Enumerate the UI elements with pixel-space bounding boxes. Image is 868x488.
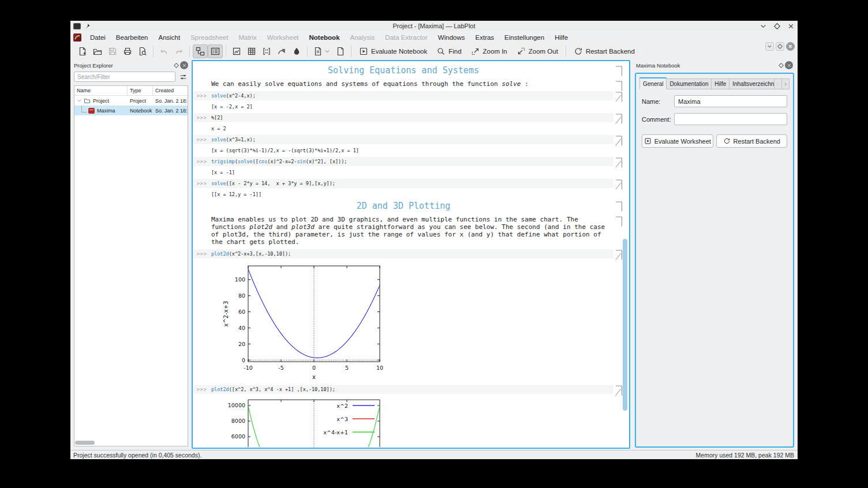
expander-icon[interactable] [77,98,82,103]
menu-hilfe[interactable]: Hilfe [549,32,573,43]
comment-field[interactable] [674,113,787,125]
menu-datei[interactable]: Datei [85,32,111,43]
redo-button [171,44,186,58]
svg-text:x^4-x+1: x^4-x+1 [323,429,348,436]
dock-float-icon[interactable] [777,61,785,69]
command-entry[interactable]: >>>trigsimp(solve([cos(x)^2-x=2-sin(x)^2… [193,157,613,166]
tab-inhaltsverzeichn[interactable]: Inhaltsverzeichn [729,78,775,89]
command-code[interactable]: solve([x - 2*y = 14, x + 3*y = 9],[x,y])… [211,181,335,186]
tab-dokumentation[interactable]: Dokumentation [667,78,712,89]
new-project-button[interactable] [75,44,90,58]
column-created[interactable]: Created [153,86,188,95]
document-new-icon [78,47,87,56]
menu-windows[interactable]: Windows [433,32,470,43]
evaluate-worksheet-button[interactable]: Evaluate Worksheet [642,134,713,148]
menu-notebook[interactable]: Notebook [304,32,345,43]
menu-extras[interactable]: Extras [470,32,500,43]
horizontal-scrollbar[interactable] [75,441,144,445]
restart-icon [723,137,731,145]
notebook-text: Maxima enables us to plot 2D and 3D grap… [211,216,609,246]
restart-backend-button[interactable]: Restart Backend [569,44,639,58]
vertical-scrollbar[interactable] [622,62,628,446]
svg-text:40: 40 [238,325,245,331]
close-icon[interactable] [787,22,794,29]
find-button[interactable]: Find [432,44,466,58]
svg-text:60: 60 [238,309,245,315]
tree-branch-line [81,106,87,112]
open-project-button[interactable] [90,44,105,58]
command-entry[interactable]: >>>%[2] [193,113,613,122]
undo-icon [159,47,169,56]
command-code[interactable]: plot2d(x^2-x+3,[x,-10,10]); [211,251,291,257]
command-prompt: >>> [193,137,211,142]
command-result: [x = -2,x = 2] [211,104,628,110]
zoom-in-button[interactable]: Zoom In [466,44,512,58]
command-entry[interactable]: >>>solve(x^2-4,x); [193,91,613,100]
tree-row-project[interactable]: ProjectProjectSo. Jan. 2 18: [74,96,188,106]
zoom-out-button[interactable]: Zoom Out [512,44,563,58]
color-theme-button[interactable] [289,44,304,58]
command-entry[interactable]: >>>plot2d(x^2-x+3,[x,-10,10]); [193,249,613,258]
notebook-text: We can easily solve equations and system… [211,80,609,88]
dock-float-icon[interactable] [172,61,180,69]
command-entry[interactable]: >>>solve(x^3=1,x); [193,135,613,144]
minimize-icon[interactable] [760,22,766,29]
tab-general[interactable]: General [639,77,667,89]
menu-bearbeiten[interactable]: Bearbeiten [111,32,154,43]
command-code[interactable]: solve(x^2-4,x); [211,93,256,99]
command-code[interactable]: solve(x^3=1,x); [211,137,256,142]
column-type[interactable]: Type [128,86,153,95]
dock-close-icon[interactable] [180,61,188,69]
new-matrix-button[interactable] [259,44,274,58]
notebook-cell-command: >>>plot2d(x^2-x+3,[x,-10,10]);-10-505100… [193,249,628,381]
plot-image: 10000800060004000x^2x^3x^4-x+1 [221,398,628,447]
new-data-extractor-button[interactable] [274,44,289,58]
name-field[interactable] [674,95,787,107]
command-code[interactable]: %[2] [211,115,223,121]
print-preview-icon [138,47,147,56]
scrollbar-thumb[interactable] [623,239,627,411]
command-code[interactable]: plot2d([x^2, x^3, x^4 -x +1] ,[x,-10,10]… [211,386,335,392]
search-input[interactable] [74,72,175,82]
evaluate-notebook-button[interactable]: Evaluate Notebook [354,44,432,58]
new-script-button[interactable] [333,44,348,58]
menu-einstellungen[interactable]: Einstellungen [499,32,549,43]
folder-icon [84,97,91,104]
dock-close-icon[interactable] [785,61,793,69]
filter-options-icon[interactable] [178,72,188,82]
new-notebook-button[interactable] [310,44,333,58]
window-title: Project - [Maxima] — LabPlot [70,22,798,29]
command-code[interactable]: trigsimp(solve([cos(x)^2-x=2-sin(x)^2], … [211,159,347,164]
command-entry[interactable]: >>>solve([x - 2*y = 14, x + 3*y = 9],[x,… [193,179,613,188]
project-tree: Name Type Created ProjectProjectSo. Jan.… [74,85,188,446]
tab-scroll-right[interactable] [782,78,790,89]
toolbar-separator [307,46,308,57]
main-area: Project Explorer Name Type Created Proje… [70,59,798,450]
svg-text:100: 100 [235,276,245,283]
new-spreadsheet-button[interactable] [244,44,259,58]
new-worksheet-button[interactable] [229,44,244,58]
menu-ansicht[interactable]: Ansicht [153,32,185,43]
restart-backend-button[interactable]: Restart Backend [716,134,788,148]
command-result: [x = -1] [211,170,628,175]
command-entry[interactable]: >>>plot2d([x^2, x^3, x^4 -x +1] ,[x,-10,… [193,385,613,394]
print-button[interactable] [120,44,135,58]
svg-text:20: 20 [238,341,245,347]
svg-text:5: 5 [345,365,349,371]
tab-hilfe[interactable]: Hilfe [712,78,729,89]
app-window: Project - [Maxima] — LabPlot DateiBearbe… [70,21,798,459]
maximize-icon[interactable] [773,22,780,29]
print-preview-button[interactable] [135,44,150,58]
toggle-properties-explorer-button[interactable] [208,44,223,58]
tree-row-maxima[interactable]: MaximaNotebookSo. Jan. 2 18: [74,106,188,115]
column-name[interactable]: Name [74,86,128,95]
name-label: Name: [642,98,674,105]
toggle-project-explorer-button[interactable] [193,44,208,58]
command-prompt: >>> [193,93,211,99]
toolbar-separator [226,46,226,57]
svg-text:10000: 10000 [228,402,245,408]
new-script-icon [336,47,345,56]
zoom-in-icon [471,47,480,56]
tree-header[interactable]: Name Type Created [74,86,188,96]
chevron-down-icon[interactable] [324,48,330,54]
